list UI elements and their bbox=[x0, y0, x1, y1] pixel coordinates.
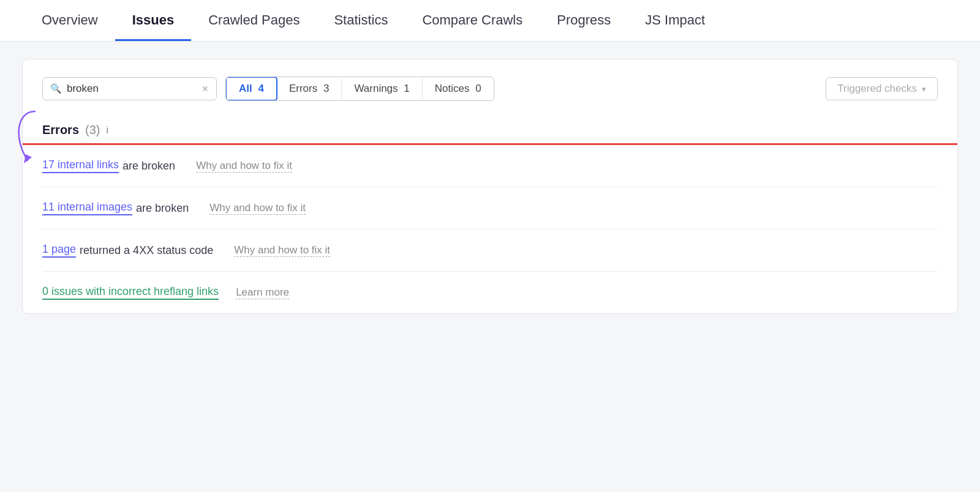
nav-item-statistics[interactable]: Statistics bbox=[317, 0, 405, 41]
filter-tab-warnings[interactable]: Warnings 1 bbox=[342, 78, 422, 100]
issue-link-4xx-status[interactable]: 1 page bbox=[42, 243, 76, 258]
search-box: 🔍 ✕ bbox=[42, 77, 217, 100]
issue-row-hreflang: 0 issues with incorrect hreflang linksLe… bbox=[42, 272, 938, 313]
issue-row-broken-images: 11 internal images are brokenWhy and how… bbox=[42, 187, 938, 229]
issue-link-hreflang[interactable]: 0 issues with incorrect hreflang links bbox=[42, 285, 219, 300]
search-icon: 🔍 bbox=[50, 83, 62, 94]
filter-tab-count-warnings: 1 bbox=[404, 83, 409, 94]
info-icon[interactable]: i bbox=[106, 125, 108, 136]
filter-tab-label-all: All bbox=[239, 83, 255, 94]
filter-tab-count-all: 4 bbox=[258, 83, 263, 94]
filter-tab-label-notices: Notices bbox=[435, 83, 472, 94]
fix-link-hreflang[interactable]: Learn more bbox=[236, 286, 289, 299]
issue-row-broken-links: 17 internal links are brokenWhy and how … bbox=[42, 145, 938, 187]
nav-item-issues[interactable]: Issues bbox=[115, 0, 192, 41]
filter-tab-label-errors: Errors bbox=[289, 83, 320, 94]
chevron-down-icon: ▾ bbox=[922, 84, 926, 94]
issue-link-broken-images[interactable]: 11 internal images bbox=[42, 201, 132, 215]
errors-section-header: Errors (3) i bbox=[42, 118, 938, 143]
filter-tabs: All 4Errors 3Warnings 1Notices 0 bbox=[225, 76, 494, 101]
search-input[interactable] bbox=[67, 83, 197, 95]
fix-link-broken-links[interactable]: Why and how to fix it bbox=[196, 160, 292, 173]
errors-title: Errors bbox=[42, 123, 79, 137]
fix-link-4xx-status[interactable]: Why and how to fix it bbox=[234, 244, 330, 257]
filter-tab-errors[interactable]: Errors 3 bbox=[277, 78, 342, 100]
filter-tab-count-errors: 3 bbox=[323, 83, 329, 94]
main-content: 🔍 ✕ All 4Errors 3Warnings 1Notices 0 Tri… bbox=[0, 42, 980, 331]
clear-search-button[interactable]: ✕ bbox=[202, 84, 209, 94]
issue-rows-container: 17 internal links are brokenWhy and how … bbox=[42, 145, 938, 313]
annotation-arrow bbox=[10, 108, 47, 173]
main-nav: OverviewIssuesCrawled PagesStatisticsCom… bbox=[0, 0, 980, 42]
filter-tab-label-warnings: Warnings bbox=[354, 83, 401, 94]
nav-item-js-impact[interactable]: JS Impact bbox=[628, 0, 722, 41]
issue-text-broken-links: are broken bbox=[123, 160, 175, 173]
fix-link-broken-images[interactable]: Why and how to fix it bbox=[209, 202, 306, 215]
triggered-checks-label: Triggered checks bbox=[837, 83, 917, 95]
errors-count: (3) bbox=[85, 123, 100, 137]
triggered-checks-button[interactable]: Triggered checks ▾ bbox=[826, 77, 938, 100]
issue-text-broken-images: are broken bbox=[136, 202, 189, 215]
svg-marker-0 bbox=[24, 154, 32, 163]
nav-item-progress[interactable]: Progress bbox=[540, 0, 628, 41]
issue-text-4xx-status: returned a 4XX status code bbox=[80, 244, 213, 257]
issues-card: 🔍 ✕ All 4Errors 3Warnings 1Notices 0 Tri… bbox=[22, 59, 958, 314]
nav-item-compare-crawls[interactable]: Compare Crawls bbox=[405, 0, 540, 41]
filter-tab-count-notices: 0 bbox=[475, 83, 481, 94]
issue-link-broken-links[interactable]: 17 internal links bbox=[42, 158, 119, 173]
filter-row: 🔍 ✕ All 4Errors 3Warnings 1Notices 0 Tri… bbox=[42, 76, 938, 101]
issue-row-4xx-status: 1 page returned a 4XX status codeWhy and… bbox=[42, 229, 938, 272]
filter-tab-all[interactable]: All 4 bbox=[225, 76, 277, 101]
nav-item-overview[interactable]: Overview bbox=[24, 0, 115, 41]
filter-tab-notices[interactable]: Notices 0 bbox=[423, 78, 494, 100]
nav-item-crawled-pages[interactable]: Crawled Pages bbox=[191, 0, 317, 41]
